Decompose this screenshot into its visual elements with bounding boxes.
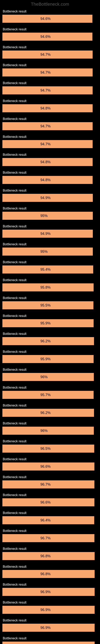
result-row: Bottleneck result96.8% [0,565,100,578]
bar-track: 96.9% [2,606,98,614]
result-row-title: Bottleneck result [2,81,98,86]
bar-fill: 96.9% [2,606,95,614]
result-row-title: Bottleneck result [2,153,98,158]
bar-fill: 95.8% [2,283,94,292]
bar-fill: 96% [2,427,94,435]
bar-value-label: 94.7% [2,52,50,57]
result-row-title: Bottleneck result [2,601,98,606]
bar-fill: 96.8% [2,570,95,578]
result-row: Bottleneck result96.6% [0,458,100,470]
bar-fill: 95.5% [2,301,93,309]
result-row-title: Bottleneck result [2,422,98,427]
bar-fill: 94.7% [2,122,93,130]
result-row: Bottleneck result94.7% [0,135,100,148]
bar-value-label: 96.5% [2,446,50,451]
bar-fill: 94.9% [2,230,93,238]
bar-value-label: 96.6% [2,464,50,469]
result-row: Bottleneck result95.9% [0,314,100,327]
bar-track: 96.8% [2,552,98,560]
bar-fill: 96.6% [2,498,94,506]
result-row-title: Bottleneck result [2,260,98,266]
result-row: Bottleneck result96.6% [0,493,100,506]
results-list: Bottleneck result94.6%Bottleneck result9… [0,10,100,644]
result-row-title: Bottleneck result [2,242,98,248]
result-row-title: Bottleneck result [2,224,98,230]
result-row-title: Bottleneck result [2,28,98,32]
bar-track: 94.7% [2,122,98,130]
result-row-title: Bottleneck result [2,565,98,570]
bar-value-label: 96.8% [2,554,50,558]
bar-fill: 96.4% [2,516,94,524]
bar-value-label: 96.4% [2,518,50,522]
bar-fill: 95.7% [2,391,94,399]
result-row-title: Bottleneck result [2,64,98,68]
bar-value-label: 94.9% [2,232,50,236]
bar-track: 95.4% [2,266,98,274]
bar-track: 96.7% [2,534,98,542]
result-row-title: Bottleneck result [2,296,98,301]
result-row: Bottleneck result94.7% [0,81,100,94]
result-row-title: Bottleneck result [2,386,98,391]
bar-track: 96.8% [2,642,98,644]
bar-value-label: 94.8% [2,178,50,182]
bar-fill: 94.7% [2,50,93,58]
bar-track: 95.7% [2,391,98,399]
bar-value-label: 96% [2,375,48,379]
bar-track: 96.9% [2,588,98,596]
bar-value-label: 96.8% [2,572,50,576]
result-row: Bottleneck result96.9% [0,601,100,614]
result-row-title: Bottleneck result [2,404,98,409]
result-row: Bottleneck result95.9% [0,350,100,363]
bar-value-label: 96.2% [2,339,50,343]
bar-fill: 95% [2,248,93,256]
bar-fill: 96.2% [2,337,94,345]
bar-track: 94.8% [2,104,98,112]
bar-fill: 94.6% [2,15,92,23]
bar-value-label: 95.8% [2,285,50,290]
result-row: Bottleneck result96% [0,368,100,381]
bar-value-label: 94.7% [2,124,50,128]
bar-track: 95% [2,248,98,256]
result-row: Bottleneck result95.8% [0,278,100,292]
bar-value-label: 96% [2,429,48,433]
site-name: TheBottleneck.com [31,2,69,7]
bar-fill: 94.7% [2,68,93,76]
result-row: Bottleneck result96.8% [0,636,100,644]
result-row-title: Bottleneck result [2,583,98,588]
bar-fill: 94.8% [2,176,93,184]
bar-track: 96.2% [2,409,98,417]
bar-track: 94.8% [2,158,98,166]
bar-track: 96.7% [2,480,98,488]
bar-value-label: 94.8% [2,106,50,110]
bar-track: 96.6% [2,462,98,470]
bar-track: 96.2% [2,337,98,345]
bar-value-label: 94.6% [2,34,50,39]
bar-value-label: 96.9% [2,590,50,594]
bar-track: 94.7% [2,140,98,148]
result-row: Bottleneck result94.8% [0,99,100,112]
bar-track: 95.5% [2,301,98,309]
bar-fill: 94.7% [2,140,93,148]
result-row-title: Bottleneck result [2,529,98,534]
bar-track: 94.9% [2,194,98,202]
result-row: Bottleneck result94.7% [0,117,100,130]
bar-value-label: 94.8% [2,160,50,164]
result-row-title: Bottleneck result [2,171,98,176]
bar-value-label: 95% [2,250,48,254]
result-row-title: Bottleneck result [2,368,98,373]
site-header: TheBottleneck.com [0,0,100,10]
bar-track: 96.4% [2,516,98,524]
result-row-title: Bottleneck result [2,547,98,552]
bar-track: 94.7% [2,50,98,58]
bar-track: 94.9% [2,230,98,238]
bar-value-label: 94.7% [2,88,50,92]
bar-track: 94.6% [2,32,98,41]
bar-fill: 95.9% [2,319,94,327]
result-row: Bottleneck result96.2% [0,332,100,345]
bar-track: 94.6% [2,15,98,23]
result-row: Bottleneck result95% [0,207,100,220]
bar-track: 96.9% [2,624,98,632]
result-row: Bottleneck result96.5% [0,440,100,452]
bar-fill: 94.8% [2,158,93,166]
bar-track: 94.7% [2,68,98,76]
